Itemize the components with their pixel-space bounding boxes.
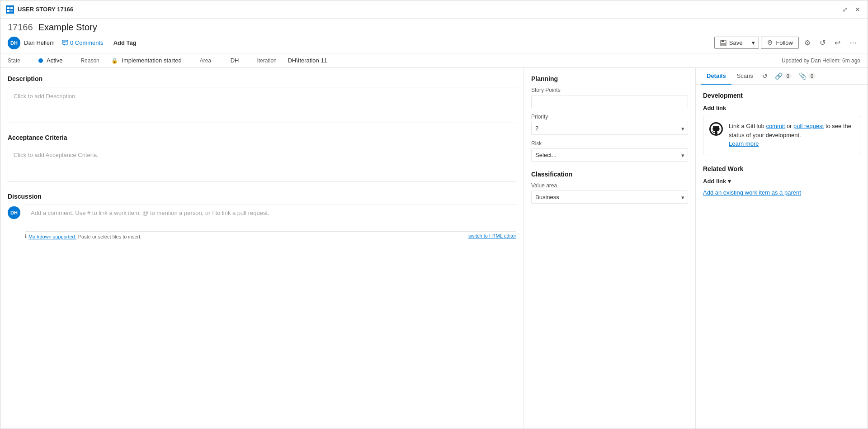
links-icon: 🔗 bbox=[775, 72, 783, 80]
markdown-link[interactable]: Markdown supported. bbox=[28, 234, 76, 239]
markdown-row: ℹ Markdown supported. Paste or select fi… bbox=[25, 232, 516, 239]
save-dropdown-button[interactable]: ▾ bbox=[748, 37, 759, 48]
related-work-title: Related Work bbox=[703, 165, 860, 172]
lock-icon: 🔒 bbox=[111, 57, 118, 64]
comment-avatar: DH bbox=[8, 206, 20, 219]
development-title: Development bbox=[703, 92, 860, 99]
links-count: 0 bbox=[784, 73, 792, 79]
story-id: 17166 bbox=[8, 22, 33, 33]
svg-rect-11 bbox=[722, 40, 724, 42]
title-bar-title: USER STORY 17166 bbox=[18, 6, 73, 13]
classification-section: Classification Value area Business Archi… bbox=[531, 171, 688, 204]
history-button[interactable]: ↺ bbox=[759, 70, 771, 82]
save-button[interactable]: Save bbox=[715, 37, 748, 48]
related-work-add-link-button[interactable]: Add link ▾ bbox=[703, 178, 860, 185]
close-button[interactable]: ✕ bbox=[853, 4, 862, 15]
main-window: USER STORY 17166 ⤢ ✕ 17166 Example Story… bbox=[0, 0, 868, 429]
left-panel: Description Click to add Description. Ac… bbox=[0, 68, 524, 429]
story-points-field: Story Points bbox=[531, 87, 688, 108]
iteration-field: Iteration DH\Iteration 11 bbox=[257, 57, 327, 64]
risk-select[interactable]: Select... 1 - High 2 - Medium 3 - Low bbox=[531, 148, 688, 162]
risk-select-wrapper: Select... 1 - High 2 - Medium 3 - Low ▾ bbox=[531, 148, 688, 162]
author-info: DH Dan Hellem bbox=[8, 37, 55, 49]
acceptance-criteria-title: Acceptance Criteria bbox=[8, 134, 516, 141]
area-value[interactable]: DH bbox=[231, 57, 239, 64]
reason-label: Reason bbox=[80, 57, 108, 64]
more-button[interactable]: ⋯ bbox=[846, 36, 860, 49]
risk-label: Risk bbox=[531, 140, 688, 147]
right-content: Development Add link Link a GitHub commi… bbox=[696, 85, 868, 214]
svg-rect-1 bbox=[7, 7, 9, 9]
attachments-button[interactable]: 📎 0 bbox=[795, 70, 819, 82]
author-name: Dan Hellem bbox=[24, 39, 55, 46]
comments-link[interactable]: 0 Comments bbox=[62, 39, 104, 46]
svg-rect-3 bbox=[7, 10, 9, 12]
add-tag-button[interactable]: Add Tag bbox=[111, 38, 139, 47]
info-icon: ℹ bbox=[25, 234, 27, 239]
tab-details[interactable]: Details bbox=[701, 68, 731, 85]
svg-text:DH: DH bbox=[10, 210, 18, 215]
comments-count: 0 Comments bbox=[70, 39, 104, 46]
value-area-select[interactable]: Business Architectural bbox=[531, 191, 688, 204]
svg-rect-12 bbox=[721, 43, 726, 45]
undo-button[interactable]: ↩ bbox=[831, 36, 844, 49]
tabs-row: Details Scans ↺ 🔗 0 📎 0 bbox=[696, 68, 868, 85]
discussion-section: Discussion DH Add a comment. Use # to li… bbox=[8, 193, 516, 239]
title-bar-left: USER STORY 17166 bbox=[6, 5, 73, 14]
priority-select[interactable]: 1 2 3 4 bbox=[531, 122, 688, 135]
development-add-link-button[interactable]: Add link bbox=[703, 105, 726, 111]
reason-value: Implementation started bbox=[122, 57, 181, 64]
story-header: 17166 Example Story DH Dan Hellem bbox=[0, 19, 868, 53]
switch-editor-link[interactable]: switch to HTML editor bbox=[468, 233, 516, 238]
expand-button[interactable]: ⤢ bbox=[840, 4, 849, 15]
save-button-group: Save ▾ bbox=[714, 37, 760, 49]
attachments-count: 0 bbox=[808, 73, 816, 79]
title-bar-actions: ⤢ ✕ bbox=[840, 4, 862, 15]
follow-button[interactable]: Follow bbox=[761, 37, 799, 49]
area-label: Area bbox=[200, 57, 227, 64]
iteration-value[interactable]: DH\Iteration 11 bbox=[288, 57, 327, 64]
related-work-section: Related Work Add link ▾ Add an existing … bbox=[703, 165, 860, 196]
planning-title: Planning bbox=[531, 75, 688, 82]
refresh-button[interactable]: ↺ bbox=[816, 36, 829, 49]
value-area-label: Value area bbox=[531, 182, 688, 189]
classification-title: Classification bbox=[531, 171, 688, 178]
planning-section: Planning Story Points Priority 1 2 3 4 bbox=[531, 75, 688, 162]
svg-point-13 bbox=[769, 41, 771, 43]
right-panel: Details Scans ↺ 🔗 0 📎 0 bbox=[696, 68, 868, 429]
story-points-input[interactable] bbox=[531, 95, 688, 108]
comment-icon bbox=[62, 40, 68, 46]
header-right-actions: Save ▾ Follow ⚙ ↺ ↩ ⋯ bbox=[714, 36, 860, 49]
comment-input-wrapper: Add a comment. Use # to link a work item… bbox=[25, 205, 516, 239]
risk-field: Risk Select... 1 - High 2 - Medium 3 - L… bbox=[531, 140, 688, 162]
github-commit-link[interactable]: commit bbox=[766, 123, 785, 129]
github-pr-link[interactable]: pull request bbox=[793, 123, 824, 129]
settings-button[interactable]: ⚙ bbox=[801, 36, 814, 49]
github-text: Link a GitHub commit or pull request to … bbox=[729, 122, 854, 148]
description-title: Description bbox=[8, 75, 516, 82]
state-label: State bbox=[8, 57, 35, 64]
learn-more-link[interactable]: Learn more bbox=[729, 140, 759, 147]
markdown-note: ℹ Markdown supported. Paste or select fi… bbox=[25, 234, 142, 239]
story-points-label: Story Points bbox=[531, 87, 688, 93]
acceptance-criteria-section: Acceptance Criteria Click to add Accepta… bbox=[8, 134, 516, 182]
tab-scans[interactable]: Scans bbox=[731, 68, 759, 85]
github-box: Link a GitHub commit or pull request to … bbox=[703, 116, 860, 154]
meta-left: DH Dan Hellem 0 Comments Add Tag bbox=[8, 37, 139, 49]
svg-rect-7 bbox=[62, 40, 68, 44]
description-section: Description Click to add Description. bbox=[8, 75, 516, 123]
state-bar: State Active Reason 🔒 Implementation sta… bbox=[0, 53, 868, 68]
state-value[interactable]: Active bbox=[47, 57, 62, 64]
avatar: DH bbox=[8, 37, 20, 49]
value-area-field: Value area Business Architectural ▾ bbox=[531, 182, 688, 204]
follow-icon bbox=[767, 40, 773, 46]
title-bar: USER STORY 17166 ⤢ ✕ bbox=[0, 0, 868, 19]
story-title[interactable]: Example Story bbox=[38, 22, 97, 33]
links-button[interactable]: 🔗 0 bbox=[771, 70, 795, 82]
description-input[interactable]: Click to add Description. bbox=[8, 87, 516, 123]
acceptance-criteria-input[interactable]: Click to add Acceptance Criteria. bbox=[8, 146, 516, 182]
comment-input[interactable]: Add a comment. Use # to link a work item… bbox=[25, 205, 516, 232]
svg-text:DH: DH bbox=[10, 40, 18, 46]
state-field: State Active bbox=[8, 57, 62, 64]
add-existing-work-item-link[interactable]: Add an existing work item as a parent bbox=[703, 189, 860, 196]
